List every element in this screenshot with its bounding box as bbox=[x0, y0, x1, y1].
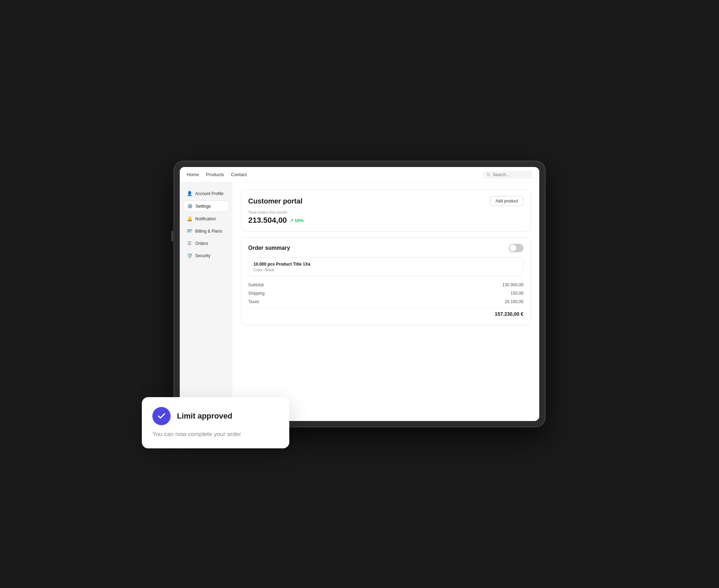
sidebar-label-billing: Billing & Plans bbox=[195, 229, 222, 234]
total-value: 157.230,00 € bbox=[495, 311, 523, 317]
notification-body: You can now complete your order bbox=[152, 430, 279, 439]
sidebar-item-billing[interactable]: 🪪 Billing & Plans bbox=[183, 226, 229, 236]
portal-header: Customer portal Add product bbox=[248, 196, 523, 206]
top-nav: Home Products Contact bbox=[180, 167, 539, 182]
nav-products[interactable]: Products bbox=[206, 172, 224, 177]
billing-icon: 🪪 bbox=[187, 228, 192, 234]
order-item-box: 10.000 pcs Product Title 1Xa Color: Blac… bbox=[248, 257, 523, 276]
sidebar: 👤 Account Profile ⚙️ Settings 🔔 Notifica… bbox=[180, 182, 232, 421]
tablet-device: Home Products Contact 👤 Account Profile bbox=[173, 161, 546, 427]
stats-number: 213.504,00 bbox=[248, 216, 287, 225]
toggle-knob bbox=[509, 245, 516, 252]
order-line-shipping: Shipping 150,00 bbox=[248, 289, 523, 298]
taxes-value: 26.180,00 bbox=[505, 299, 523, 304]
order-header: Order summary bbox=[248, 244, 523, 252]
notification-card: Limit approved You can now complete your… bbox=[142, 397, 289, 448]
trend-percent: 18% bbox=[295, 218, 304, 223]
content-area: Customer portal Add product Total orders… bbox=[232, 182, 539, 421]
sidebar-item-account-profile[interactable]: 👤 Account Profile bbox=[183, 188, 229, 199]
orders-icon: ☰ bbox=[187, 241, 192, 246]
order-toggle[interactable] bbox=[509, 244, 523, 252]
shipping-label: Shipping bbox=[248, 291, 265, 296]
search-bar bbox=[483, 171, 532, 179]
sidebar-label-security: Security bbox=[195, 253, 210, 258]
sidebar-item-notification[interactable]: 🔔 Notification bbox=[183, 213, 229, 224]
security-icon: 🛡️ bbox=[187, 253, 192, 258]
search-input[interactable] bbox=[493, 172, 529, 177]
subtotal-value: 130.900,00 bbox=[502, 282, 523, 287]
svg-line-1 bbox=[489, 175, 490, 176]
order-line-taxes: Taxes 26.180,00 bbox=[248, 298, 523, 306]
settings-icon: ⚙️ bbox=[187, 203, 193, 209]
nav-contact[interactable]: Contact bbox=[231, 172, 247, 177]
order-line-subtotal: Subtotal 130.900,00 bbox=[248, 281, 523, 289]
account-icon: 👤 bbox=[187, 191, 192, 196]
notification-icon: 🔔 bbox=[187, 216, 192, 221]
notification-header-row: Limit approved bbox=[152, 407, 279, 425]
search-icon bbox=[487, 172, 490, 177]
side-button bbox=[171, 231, 173, 241]
subtotal-label: Subtotal bbox=[248, 282, 264, 287]
sidebar-item-settings[interactable]: ⚙️ Settings bbox=[183, 200, 229, 212]
stats-label: Total orders this month bbox=[248, 210, 523, 214]
main-layout: 👤 Account Profile ⚙️ Settings 🔔 Notifica… bbox=[180, 182, 539, 421]
nav-links: Home Products Contact bbox=[187, 172, 247, 177]
order-item-title: 10.000 pcs Product Title 1Xa bbox=[253, 262, 518, 267]
nav-home[interactable]: Home bbox=[187, 172, 199, 177]
sidebar-item-security[interactable]: 🛡️ Security bbox=[183, 250, 229, 261]
tablet-screen: Home Products Contact 👤 Account Profile bbox=[180, 167, 539, 421]
sidebar-label-account: Account Profile bbox=[195, 191, 224, 196]
sidebar-label-notification: Notification bbox=[195, 216, 216, 221]
order-line-total: 157.230,00 € bbox=[248, 307, 523, 319]
portal-title: Customer portal bbox=[248, 197, 302, 205]
order-summary-card: Order summary 10.000 pcs Product Title 1… bbox=[241, 237, 531, 325]
notification-title: Limit approved bbox=[177, 412, 232, 421]
customer-portal-card: Customer portal Add product Total orders… bbox=[241, 189, 531, 232]
trend-arrow-icon: ↗ bbox=[290, 218, 293, 223]
order-item-color: Color: Black bbox=[253, 268, 518, 272]
sidebar-label-orders: Orders bbox=[195, 241, 208, 246]
sidebar-item-orders[interactable]: ☰ Orders bbox=[183, 238, 229, 249]
order-title: Order summary bbox=[248, 245, 290, 251]
taxes-label: Taxes bbox=[248, 299, 259, 304]
shipping-value: 150,00 bbox=[510, 291, 523, 296]
stats-trend: ↗ 18% bbox=[290, 218, 304, 223]
notification-check-icon bbox=[152, 407, 171, 425]
svg-point-0 bbox=[487, 173, 489, 175]
sidebar-label-settings: Settings bbox=[196, 204, 211, 209]
stats-value-row: 213.504,00 ↗ 18% bbox=[248, 216, 523, 225]
add-product-button[interactable]: Add product bbox=[490, 196, 523, 206]
